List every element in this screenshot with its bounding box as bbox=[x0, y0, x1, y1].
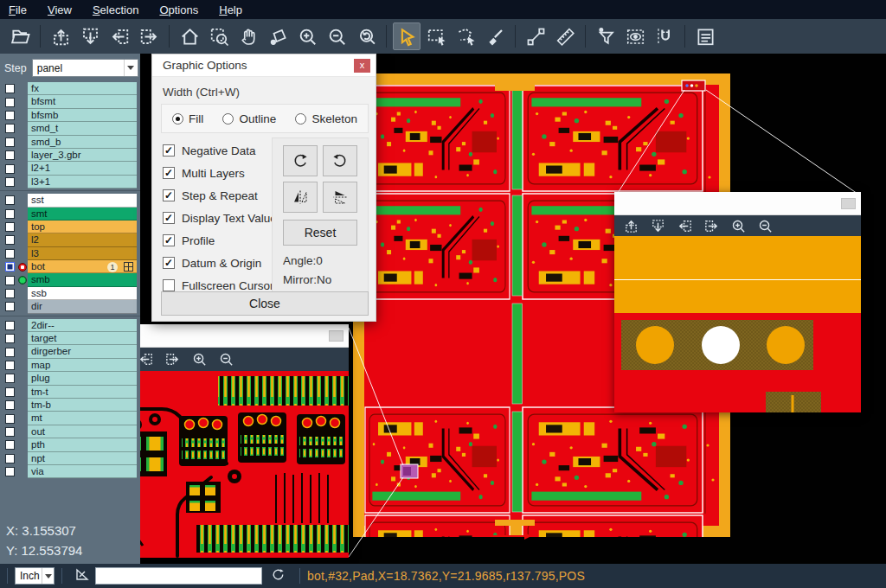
layer-name[interactable]: layer_3.gbr bbox=[28, 149, 137, 162]
menu-help[interactable]: Help bbox=[219, 3, 242, 16]
menu-file[interactable]: File bbox=[9, 3, 27, 16]
menu-view[interactable]: View bbox=[48, 3, 72, 16]
measure-ruler-icon[interactable] bbox=[551, 22, 579, 50]
select-pointer-icon[interactable] bbox=[393, 22, 421, 50]
move-right-icon[interactable] bbox=[164, 351, 181, 368]
graphic-options-dialog[interactable]: Graphic Options x Width (Ctrl+W) Fill Ou… bbox=[151, 54, 376, 322]
layer-checkbox[interactable] bbox=[5, 400, 15, 410]
layer-name[interactable]: smb bbox=[28, 273, 137, 286]
layer-checkbox[interactable] bbox=[5, 414, 15, 424]
layer-checkbox[interactable] bbox=[5, 289, 15, 298]
option-checkbox-item[interactable]: ✓ Step & Repeat bbox=[163, 184, 277, 207]
layer-row[interactable]: smd_t bbox=[0, 122, 140, 135]
layer-checkbox[interactable] bbox=[5, 164, 15, 174]
option-checkbox-item[interactable]: ✓ Multi Layers bbox=[163, 162, 277, 184]
view-box-icon[interactable] bbox=[621, 22, 649, 50]
layer-row[interactable]: fx bbox=[0, 82, 140, 95]
popup-button[interactable] bbox=[329, 330, 343, 342]
close-button[interactable]: Close bbox=[161, 291, 369, 316]
refresh-icon[interactable] bbox=[271, 567, 286, 585]
layer-row[interactable]: smt bbox=[0, 208, 140, 220]
layer-row[interactable]: l3+1 bbox=[0, 176, 140, 189]
measure-line-icon[interactable] bbox=[522, 22, 549, 50]
move-up-icon[interactable] bbox=[47, 22, 74, 50]
layer-row[interactable]: sst bbox=[0, 194, 140, 207]
layer-name[interactable]: fx bbox=[28, 82, 137, 95]
layer-checkbox[interactable] bbox=[5, 235, 15, 245]
layer-name[interactable]: smd_t bbox=[28, 122, 137, 135]
move-right-icon[interactable] bbox=[135, 22, 163, 50]
zoom-out-icon[interactable] bbox=[757, 218, 774, 234]
layer-checkbox[interactable] bbox=[5, 427, 15, 437]
layer-checkbox[interactable] bbox=[5, 276, 15, 285]
rotate-ccw-button[interactable] bbox=[323, 145, 357, 176]
layer-row[interactable]: l3 bbox=[0, 247, 140, 260]
layer-name[interactable]: l2+1 bbox=[28, 162, 137, 175]
width-mode-radio[interactable]: Outline bbox=[222, 112, 276, 125]
layer-name[interactable]: top bbox=[28, 220, 137, 233]
layer-row[interactable]: bfsmt bbox=[0, 95, 140, 108]
move-up-icon[interactable] bbox=[623, 218, 639, 234]
option-checkbox-item[interactable]: ✓ Negative Data bbox=[163, 139, 277, 162]
layer-name[interactable]: tm-t bbox=[28, 386, 137, 399]
layer-checkbox[interactable] bbox=[5, 302, 15, 311]
layer-row[interactable]: l2 bbox=[0, 233, 140, 246]
unit-select[interactable]: Inch bbox=[15, 567, 55, 585]
pan-hand-icon[interactable] bbox=[234, 22, 262, 50]
layer-name[interactable]: map bbox=[28, 359, 137, 372]
option-checkbox-item[interactable]: ✓ Profile bbox=[163, 229, 277, 252]
move-down-icon[interactable] bbox=[650, 218, 666, 234]
layer-name[interactable]: l3 bbox=[28, 247, 137, 260]
layer-row[interactable]: out bbox=[0, 425, 140, 438]
layer-row[interactable]: smb bbox=[0, 273, 140, 286]
layer-row[interactable]: plug bbox=[0, 372, 140, 385]
zoom-in-icon[interactable] bbox=[191, 351, 208, 368]
layer-checkbox[interactable] bbox=[5, 150, 15, 160]
filter-icon[interactable] bbox=[592, 22, 620, 50]
layer-row[interactable]: map bbox=[0, 359, 140, 372]
layer-row[interactable]: layer_3.gbr bbox=[0, 149, 140, 162]
step-select[interactable]: panel bbox=[32, 59, 138, 77]
rotate-cw-button[interactable] bbox=[283, 145, 318, 176]
magnified-pad-view[interactable] bbox=[614, 236, 861, 412]
command-input[interactable] bbox=[95, 567, 262, 585]
layer-checkbox[interactable] bbox=[5, 334, 15, 343]
option-checkbox-item[interactable]: ✓ Display Text Value bbox=[163, 207, 277, 229]
layer-name[interactable]: ssb bbox=[28, 287, 137, 300]
zoom-in-icon[interactable] bbox=[293, 22, 321, 50]
snap-magnet-icon[interactable] bbox=[651, 22, 678, 50]
layer-checkbox[interactable] bbox=[5, 222, 15, 232]
layer-checkbox[interactable] bbox=[5, 177, 15, 187]
select-rectangle-icon[interactable] bbox=[422, 22, 450, 50]
zoom-window-icon[interactable] bbox=[205, 22, 233, 50]
layer-row[interactable]: dirgerber bbox=[0, 345, 140, 358]
layer-name[interactable]: pth bbox=[28, 438, 137, 451]
layer-name[interactable]: npt bbox=[28, 452, 137, 465]
zoom-previous-icon[interactable] bbox=[352, 22, 380, 50]
layer-row[interactable]: npt bbox=[0, 452, 140, 465]
layer-checkbox[interactable] bbox=[5, 195, 15, 205]
layer-row[interactable]: tm-t bbox=[0, 386, 140, 399]
close-icon[interactable]: x bbox=[354, 59, 370, 73]
layer-checkbox[interactable] bbox=[5, 249, 15, 259]
layer-checkbox[interactable] bbox=[5, 262, 15, 272]
layer-name[interactable]: sst bbox=[28, 194, 137, 207]
layer-name[interactable]: via bbox=[28, 465, 137, 478]
zoom-out-icon[interactable] bbox=[323, 22, 350, 50]
layer-row[interactable]: mt bbox=[0, 412, 140, 425]
layer-name[interactable]: bfsmt bbox=[28, 95, 137, 108]
layer-name[interactable]: tm-b bbox=[28, 399, 137, 412]
layer-checkbox[interactable] bbox=[5, 111, 15, 120]
layer-checkbox[interactable] bbox=[5, 454, 15, 463]
layer-row[interactable]: dir bbox=[0, 300, 140, 313]
zoom-out-icon[interactable] bbox=[218, 351, 234, 368]
layer-checkbox[interactable] bbox=[5, 98, 15, 107]
layer-checkbox[interactable] bbox=[5, 137, 15, 147]
width-mode-radio[interactable]: Skeleton bbox=[295, 112, 357, 125]
layer-row[interactable]: top bbox=[0, 220, 140, 233]
layer-name[interactable]: l2 bbox=[28, 233, 137, 246]
layer-name[interactable]: mt bbox=[28, 412, 137, 425]
move-left-icon[interactable] bbox=[677, 218, 693, 234]
layer-name[interactable]: out bbox=[28, 425, 137, 438]
move-down-icon[interactable] bbox=[76, 22, 104, 50]
